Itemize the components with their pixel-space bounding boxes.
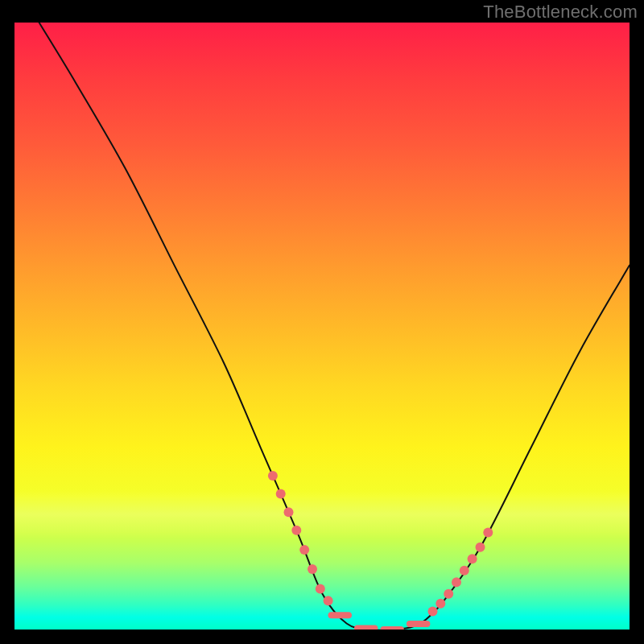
slope-dot [436,599,445,609]
slope-dot [299,545,309,555]
slope-dot [308,564,317,574]
chart-frame: TheBottleneck.com [0,0,644,644]
slope-dot [476,543,485,552]
bottleneck-curve [39,23,630,630]
slope-dot [291,526,301,535]
slope-dot [284,507,294,517]
slope-dot [444,589,453,599]
watermark-text: TheBottleneck.com [483,2,638,23]
slope-dot [452,577,461,587]
curve-markers [268,471,493,630]
slope-dot [316,584,325,593]
slope-dot [268,471,278,481]
slope-dot [468,554,477,564]
bottleneck-curve-svg [14,23,630,630]
slope-dot [483,527,493,537]
slope-dot [276,489,286,499]
slope-dot [460,566,469,576]
slope-dot [324,596,333,605]
slope-dot [428,606,438,616]
plot-area [14,23,630,630]
